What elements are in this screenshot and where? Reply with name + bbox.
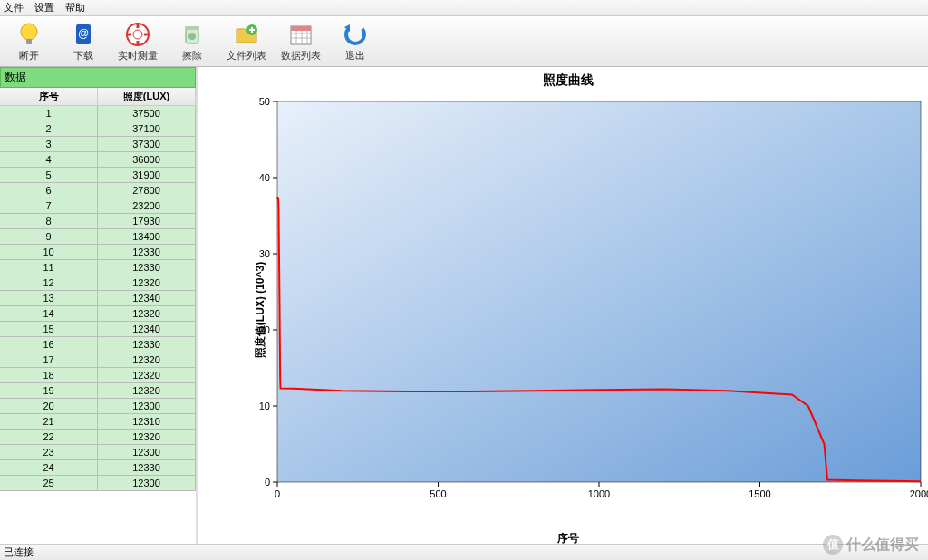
table-row[interactable]: 2112310 — [0, 414, 196, 430]
table-row[interactable]: 2212320 — [0, 430, 196, 445]
table-row[interactable]: 1712320 — [0, 352, 196, 368]
undo-arrow-icon — [341, 20, 370, 49]
cell-index: 19 — [0, 383, 98, 398]
cell-lux: 12300 — [98, 445, 196, 459]
cell-lux: 12320 — [98, 275, 196, 290]
cell-index: 7 — [0, 198, 98, 213]
cell-index: 9 — [0, 229, 98, 244]
table-row[interactable]: 1312340 — [0, 291, 196, 306]
cell-index: 11 — [0, 260, 98, 275]
cell-index: 1 — [0, 106, 98, 121]
realtime-label: 实时测量 — [118, 49, 158, 63]
svg-point-5 — [133, 30, 142, 39]
svg-text:30: 30 — [259, 248, 270, 259]
chart-ylabel: 照度值(LUX) (10^3) — [253, 262, 268, 358]
cell-lux: 37100 — [98, 121, 196, 136]
table-row[interactable]: 2412330 — [0, 460, 196, 476]
realtime-button[interactable]: 实时测量 — [114, 18, 161, 64]
cell-index: 6 — [0, 183, 98, 198]
table-row[interactable]: 2012300 — [0, 399, 196, 414]
cell-index: 20 — [0, 399, 98, 413]
cell-lux: 36000 — [98, 152, 196, 167]
table-row[interactable]: 2312300 — [0, 445, 196, 460]
table-row[interactable]: 436000 — [0, 152, 196, 168]
lightbulb-icon — [14, 20, 44, 49]
svg-text:50: 50 — [259, 96, 270, 107]
cell-lux: 12310 — [98, 414, 196, 429]
folder-plus-icon — [232, 20, 261, 49]
table-row[interactable]: 627800 — [0, 183, 196, 198]
cell-index: 12 — [0, 275, 98, 290]
filelist-button[interactable]: 文件列表 — [223, 18, 270, 64]
cell-index: 14 — [0, 306, 98, 321]
cell-lux: 27800 — [98, 183, 196, 198]
exit-button[interactable]: 退出 — [332, 18, 379, 64]
svg-text:0: 0 — [265, 477, 270, 488]
datalist-button[interactable]: 数据列表 — [277, 18, 324, 64]
svg-text:@: @ — [78, 27, 89, 40]
disconnect-label: 断开 — [19, 49, 39, 63]
table-header: 序号 照度(LUX) — [0, 88, 196, 106]
col-index: 序号 — [0, 88, 98, 105]
cell-index: 3 — [0, 137, 98, 151]
table-row[interactable]: 1012330 — [0, 245, 196, 260]
data-panel-header: 数据 — [0, 67, 196, 88]
exit-label: 退出 — [345, 49, 365, 63]
cell-lux: 12330 — [98, 260, 196, 275]
cell-index: 2 — [0, 121, 98, 136]
cell-index: 17 — [0, 352, 98, 367]
table-row[interactable]: 1112330 — [0, 260, 196, 275]
filelist-label: 文件列表 — [227, 49, 266, 63]
cell-lux: 37300 — [98, 137, 196, 151]
cell-index: 16 — [0, 337, 98, 352]
svg-point-0 — [21, 24, 37, 40]
cell-lux: 12340 — [98, 291, 196, 305]
col-lux: 照度(LUX) — [98, 88, 196, 105]
cell-lux: 12330 — [98, 337, 196, 352]
data-panel: 数据 序号 照度(LUX) 13750023710033730043600053… — [0, 67, 198, 544]
menu-bar: 文件 设置 帮助 — [0, 0, 928, 16]
svg-point-8 — [188, 33, 196, 40]
status-bar: 已连接 — [0, 544, 928, 560]
toolbar: 断开 @ 下载 实时测量 擦除 文件列表 数据列表 退出 — [0, 16, 928, 67]
cell-lux: 12320 — [98, 430, 196, 444]
table-row[interactable]: 531900 — [0, 168, 196, 183]
table-row[interactable]: 913400 — [0, 229, 196, 245]
table-row[interactable]: 817930 — [0, 214, 196, 229]
cell-lux: 12320 — [98, 352, 196, 367]
menu-settings[interactable]: 设置 — [34, 1, 54, 14]
cell-index: 8 — [0, 214, 98, 228]
table-row[interactable]: 337300 — [0, 137, 196, 152]
svg-text:500: 500 — [430, 488, 446, 499]
table-row[interactable]: 1212320 — [0, 275, 196, 291]
svg-text:40: 40 — [259, 172, 270, 183]
trash-icon — [178, 20, 207, 49]
download-button[interactable]: @ 下载 — [60, 18, 107, 64]
cell-lux: 17930 — [98, 214, 196, 228]
download-label: 下载 — [73, 49, 93, 63]
cell-index: 18 — [0, 368, 98, 382]
cell-index: 13 — [0, 291, 98, 305]
table-row[interactable]: 1412320 — [0, 306, 196, 322]
cell-lux: 12300 — [98, 399, 196, 413]
table-row[interactable]: 237100 — [0, 121, 196, 137]
table-row[interactable]: 723200 — [0, 198, 196, 214]
table-row[interactable]: 1512340 — [0, 322, 196, 337]
cell-index: 22 — [0, 430, 98, 444]
cell-index: 23 — [0, 445, 98, 459]
chart-title: 照度曲线 — [207, 72, 928, 89]
disconnect-button[interactable]: 断开 — [5, 18, 53, 64]
menu-help[interactable]: 帮助 — [65, 1, 85, 14]
table-body[interactable]: 1375002371003373004360005319006278007232… — [0, 106, 196, 544]
table-row[interactable]: 1812320 — [0, 368, 196, 383]
cell-index: 10 — [0, 245, 98, 259]
cell-index: 15 — [0, 322, 98, 336]
table-row[interactable]: 2512300 — [0, 476, 196, 491]
table-row[interactable]: 1912320 — [0, 383, 196, 399]
calendar-icon — [286, 20, 315, 49]
table-row[interactable]: 1612330 — [0, 337, 196, 352]
menu-file[interactable]: 文件 — [4, 1, 24, 14]
cell-index: 5 — [0, 168, 98, 182]
clear-button[interactable]: 擦除 — [169, 18, 216, 64]
table-row[interactable]: 137500 — [0, 106, 196, 121]
